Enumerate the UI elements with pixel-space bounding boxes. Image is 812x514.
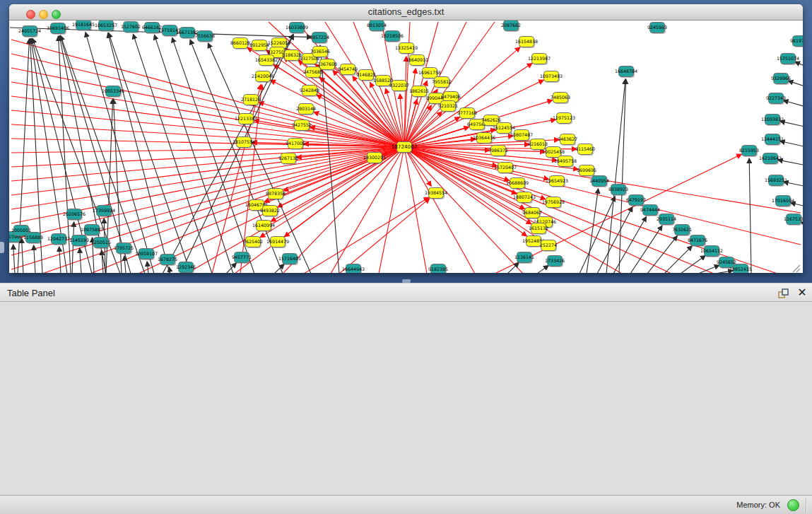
graph-node[interactable]: 15751074: [777, 54, 799, 66]
graph-edge[interactable]: [154, 35, 233, 273]
graph-node[interactable]: 8660128: [230, 38, 250, 50]
graph-node[interactable]: 19756928: [542, 197, 565, 209]
graph-edge[interactable]: [11, 124, 404, 147]
graph-edge[interactable]: [59, 247, 61, 273]
graph-node[interactable]: 7986372: [488, 146, 508, 158]
graph-node[interactable]: 9493822: [260, 206, 280, 218]
graph-node[interactable]: 7857224: [310, 33, 329, 45]
graph-node[interactable]: 10688609: [506, 178, 529, 190]
graph-edge[interactable]: [597, 207, 632, 273]
graph-edge[interactable]: [537, 265, 548, 273]
graph-node[interactable]: 8912954: [249, 40, 269, 52]
graph-node[interactable]: 1136141: [514, 252, 534, 264]
graph-node[interactable]: 8322037: [389, 81, 409, 93]
graph-node[interactable]: 9417005: [286, 139, 305, 151]
graph-node[interactable]: 10973493: [540, 71, 563, 83]
graph-node[interactable]: 8186328: [282, 50, 302, 62]
graph-node[interactable]: 8454749: [338, 64, 358, 76]
graph-node[interactable]: 17016504: [772, 196, 794, 208]
network-canvas-svg[interactable]: 2405572430691406191816451065325715276026…: [9, 21, 803, 273]
graph-node[interactable]: 8813054: [367, 21, 387, 32]
graph-node[interactable]: 8938923: [608, 185, 628, 197]
graph-node[interactable]: 16648784: [615, 66, 637, 78]
graph-node[interactable]: 9245983: [647, 23, 667, 35]
graph-node[interactable]: 8215953: [739, 146, 759, 158]
graph-edge[interactable]: [404, 147, 801, 245]
graph-node[interactable]: 9474444: [640, 205, 660, 217]
graph-edge[interactable]: [108, 33, 170, 273]
graph-node[interactable]: 7632621: [672, 225, 692, 237]
graph-node[interactable]: 13325419: [395, 43, 418, 55]
graph-node[interactable]: 8878354: [266, 189, 286, 201]
float-panel-icon[interactable]: [777, 288, 790, 299]
graph-edge[interactable]: [613, 217, 646, 273]
graph-node[interactable]: 8471676: [688, 235, 707, 247]
memory-status-indicator[interactable]: [787, 499, 799, 511]
graph-edge[interactable]: [124, 256, 126, 273]
graph-node[interactable]: 9182385: [428, 264, 448, 274]
graph-node[interactable]: 1527602: [121, 22, 141, 34]
graph-node[interactable]: 16644943: [342, 264, 365, 274]
graph-node[interactable]: 2935114: [657, 214, 676, 226]
graph-edge[interactable]: [226, 263, 236, 273]
graph-node[interactable]: 18640910: [406, 55, 428, 67]
graph-edge[interactable]: [587, 189, 599, 273]
graph-node[interactable]: 9457771: [232, 252, 252, 264]
network-canvas[interactable]: 2405572430691406191816451065325715276026…: [9, 21, 803, 273]
graph-edge[interactable]: [379, 147, 404, 273]
graph-node[interactable]: 1733426: [545, 256, 565, 268]
graph-edge[interactable]: [788, 81, 803, 87]
graph-node[interactable]: 10654112: [700, 246, 723, 258]
graph-node[interactable]: 1795725: [114, 243, 134, 255]
graph-node[interactable]: 9210321: [438, 101, 458, 113]
graph-edge[interactable]: [784, 100, 803, 107]
graph-edge[interactable]: [11, 147, 404, 209]
graph-node[interactable]: 10807487: [510, 130, 533, 142]
graph-node[interactable]: 1440954: [589, 176, 609, 188]
graph-edge[interactable]: [681, 255, 705, 273]
network-window-titlebar[interactable]: citations_edges.txt: [9, 4, 803, 21]
graph-node[interactable]: 7036546: [310, 47, 330, 59]
graph-node[interactable]: 12042737: [47, 234, 70, 246]
graph-node[interactable]: 13218506: [381, 31, 404, 43]
panel-collapse-handle[interactable]: [0, 242, 4, 253]
graph-node[interactable]: 2803144: [296, 104, 316, 116]
graph-node[interactable]: 16914479: [266, 237, 289, 249]
graph-edge[interactable]: [11, 40, 404, 147]
graph-node[interactable]: 9699695: [577, 165, 596, 177]
graph-edge[interactable]: [331, 147, 404, 273]
graph-node[interactable]: 20206576: [63, 209, 86, 221]
graph-edge[interactable]: [304, 197, 429, 273]
close-panel-icon[interactable]: ✕: [796, 286, 808, 300]
graph-node[interactable]: 12093832: [761, 115, 784, 127]
graph-edge[interactable]: [147, 262, 148, 273]
graph-edge[interactable]: [34, 245, 35, 273]
graph-node[interactable]: 9463627: [558, 134, 577, 146]
graph-node[interactable]: 9227343: [766, 93, 786, 105]
graph-edge[interactable]: [780, 121, 803, 127]
graph-node[interactable]: 9267130: [278, 153, 298, 165]
graph-edge[interactable]: [109, 33, 191, 273]
graph-edge[interactable]: [370, 83, 404, 147]
graph-node[interactable]: 9115460: [575, 144, 595, 156]
graph-node[interactable]: 16140994: [252, 221, 275, 233]
graph-node[interactable]: 24055724: [18, 26, 41, 38]
graph-node[interactable]: 7516638: [195, 31, 215, 43]
graph-node[interactable]: 16210643: [759, 153, 782, 165]
graph-node[interactable]: 10975887: [81, 225, 103, 237]
graph-edge[interactable]: [778, 160, 803, 165]
graph-node[interactable]: 9619797: [790, 36, 803, 48]
graph-edge[interactable]: [271, 80, 404, 147]
graph-edge[interactable]: [11, 147, 404, 240]
graph-node[interactable]: 30691406: [47, 23, 69, 35]
graph-node[interactable]: 7955812: [432, 77, 452, 89]
graph-edge[interactable]: [133, 34, 212, 273]
graph-node[interactable]: 16154838: [515, 37, 538, 49]
graph-node[interactable]: 7625402: [243, 237, 263, 249]
graph-edge[interactable]: [749, 158, 751, 273]
graph-node[interactable]: 19654923: [546, 176, 568, 188]
graph-node[interactable]: 10958107: [135, 249, 158, 261]
graph-node[interactable]: 12444151: [761, 134, 784, 146]
graph-node[interactable]: 12213987: [528, 54, 551, 66]
graph-node[interactable]: 9242848: [300, 86, 319, 98]
